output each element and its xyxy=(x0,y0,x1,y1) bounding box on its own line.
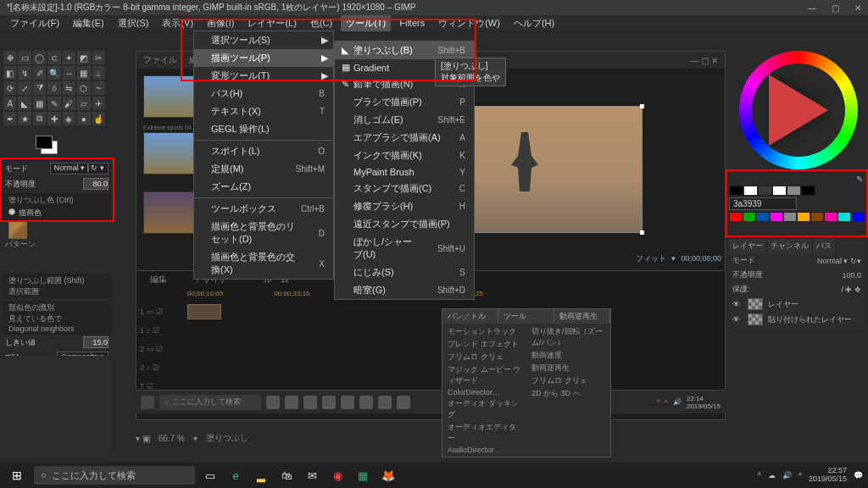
color-wheel[interactable] xyxy=(739,51,858,169)
menu-item[interactable]: ツールボックスCtrl+B xyxy=(194,200,333,218)
start-icon[interactable] xyxy=(141,396,154,409)
tool-blur[interactable]: ● xyxy=(77,112,90,125)
menu-item[interactable]: 描画色と背景色のリセット(D)D xyxy=(194,218,333,248)
menu-select[interactable]: 選択(S) xyxy=(113,15,154,31)
edit-icon[interactable]: ✎ xyxy=(856,175,863,184)
menu-edit[interactable]: 編集(E) xyxy=(68,15,109,31)
tool-free-select[interactable]: ⊂ xyxy=(47,51,60,64)
menu-item[interactable]: ブラシで描画(P)P xyxy=(335,93,474,111)
menu-window[interactable]: ウィンドウ(W) xyxy=(433,15,505,31)
search-input[interactable]: ○ ここに入力して検索 xyxy=(34,466,195,485)
tool-fg-select[interactable]: ◧ xyxy=(3,66,16,80)
tool-scale[interactable]: ⤢ xyxy=(18,81,31,95)
edge-icon[interactable]: e xyxy=(225,465,246,485)
tool-heal[interactable]: ✚ xyxy=(47,112,60,125)
tool-perspective[interactable]: ◊ xyxy=(47,81,60,95)
tool-pencil[interactable]: ✎ xyxy=(47,97,60,110)
timeline-track[interactable]: 2 ▭ ☑ xyxy=(140,340,721,358)
menu-item[interactable]: 消しゴム(E)Shift+E xyxy=(335,111,474,129)
tool-measure[interactable]: ↔ xyxy=(63,66,75,80)
tool-smudge[interactable]: ☝ xyxy=(92,112,105,125)
menu-item[interactable]: MyPaint BrushY xyxy=(335,164,474,180)
menu-item[interactable]: 遠近スタンプで描画(P) xyxy=(335,215,474,233)
explorer-icon[interactable]: ▂ xyxy=(251,465,271,485)
fg-bg-swatch[interactable] xyxy=(36,136,53,149)
fill-fg[interactable]: 描画色 xyxy=(19,208,42,217)
tool-mypaint[interactable]: ★ xyxy=(18,112,31,125)
menu-item[interactable]: GEGL 操作(L) xyxy=(194,120,333,138)
opacity-input[interactable] xyxy=(83,178,108,190)
menu-item[interactable]: パス(H)B xyxy=(194,85,333,103)
color-swatch[interactable] xyxy=(756,212,770,222)
tool-clone[interactable]: ⧉ xyxy=(33,112,46,125)
menu-item[interactable]: 描画ツール(P)▶ xyxy=(194,49,333,67)
timeline-clip[interactable] xyxy=(187,304,221,319)
layer-item[interactable]: 👁レイヤー xyxy=(729,297,865,312)
tool-color-picker[interactable]: ✐ xyxy=(33,66,46,80)
menu-tools[interactable]: ツール(T) xyxy=(341,15,391,31)
color-swatch[interactable] xyxy=(743,186,758,196)
tool-ink[interactable]: ✒ xyxy=(3,112,16,125)
tool-rotate[interactable]: ⟳ xyxy=(3,81,16,95)
color-swatch[interactable] xyxy=(743,212,756,222)
menubar[interactable]: ファイル(F) 編集(E) 選択(S) 表示(V) 画像(I) レイヤー(L) … xyxy=(0,15,868,30)
app-icon[interactable]: ▦ xyxy=(353,465,373,485)
color-swatch[interactable] xyxy=(770,212,783,222)
color-swatch[interactable] xyxy=(729,212,743,222)
menu-help[interactable]: ヘルプ(H) xyxy=(509,15,559,31)
chrome-icon[interactable]: ◉ xyxy=(327,465,348,485)
color-swatch[interactable] xyxy=(772,186,787,196)
menu-item[interactable]: ズーム(Z) xyxy=(194,178,333,196)
color-swatch[interactable] xyxy=(837,212,851,222)
similar-diag[interactable]: Diagonal neighbors xyxy=(5,324,108,333)
tool-scissors[interactable]: ✂ xyxy=(92,51,105,64)
tool-airbrush[interactable]: ✈ xyxy=(92,97,105,110)
menu-item[interactable]: 選択ツール(S)▶ xyxy=(194,31,333,49)
timeline-track[interactable]: 1 ▭ ☑ xyxy=(140,302,721,321)
tool-crop[interactable]: ⟂ xyxy=(92,66,105,80)
color-swatch[interactable] xyxy=(797,212,810,222)
mail-icon[interactable]: ✉ xyxy=(302,465,322,485)
tool-fuzzy-select[interactable]: ✦ xyxy=(63,51,75,64)
menu-item[interactable]: スタンプで描画(C)C xyxy=(335,180,474,197)
color-swatch[interactable] xyxy=(783,212,797,222)
color-swatch[interactable] xyxy=(787,186,801,196)
minimize-icon[interactable]: — xyxy=(808,3,816,13)
menu-item[interactable]: 描画色と背景色の交換(X)X xyxy=(194,248,333,279)
affected-sel[interactable]: 選択範囲 xyxy=(5,286,108,297)
color-swatch[interactable] xyxy=(801,186,815,196)
tool-bucket[interactable]: ◣ xyxy=(18,97,31,110)
menu-item[interactable]: ぼかし/シャープ(U)Shift+U xyxy=(335,233,474,263)
tool-perspective-clone[interactable]: ◈ xyxy=(63,112,75,125)
menu-item[interactable]: ◣塗りつぶし(B)Shift+B xyxy=(335,42,474,59)
menu-item[interactable]: 定規(M)Shift+M xyxy=(194,160,333,178)
menu-item[interactable]: にじみ(S)S xyxy=(335,263,474,281)
menu-item[interactable]: スポイト(L)O xyxy=(194,142,333,160)
tool-ellipse-select[interactable]: ◯ xyxy=(33,51,46,64)
tool-rect-select[interactable]: ▭ xyxy=(18,51,31,64)
maximize-icon[interactable]: ▢ xyxy=(832,3,839,13)
start-button[interactable]: ⊞ xyxy=(5,463,29,487)
tool-eraser[interactable]: ▱ xyxy=(77,97,90,110)
tool-zoom[interactable]: 🔍 xyxy=(47,66,60,80)
store-icon[interactable]: 🛍 xyxy=(276,465,297,485)
menu-view[interactable]: 表示(V) xyxy=(157,15,198,31)
tool-move[interactable]: ✥ xyxy=(3,51,16,64)
menu-item[interactable]: テキスト(X)T xyxy=(194,103,333,120)
timeline-track[interactable]: 1 ♪ ☑ xyxy=(140,321,721,340)
menu-image[interactable]: 画像(I) xyxy=(202,15,239,31)
tool-paintbrush[interactable]: 🖌 xyxy=(63,97,75,110)
system-tray[interactable]: ^☁🔊ᴬ 22:572019/05/15 💬 xyxy=(758,467,863,484)
threshold-input[interactable] xyxy=(83,336,108,348)
color-swatch[interactable] xyxy=(824,212,837,222)
menu-color[interactable]: 色(C) xyxy=(305,15,337,31)
inner-search[interactable]: ○ ここに入力して検索 xyxy=(159,395,261,410)
pattern-swatch[interactable] xyxy=(8,220,27,239)
mode-select[interactable]: Normal ▾ | ↻ ▾ xyxy=(50,163,108,175)
task-view-icon[interactable]: ▭ xyxy=(200,465,220,485)
clock[interactable]: 22:572019/05/15 xyxy=(809,467,847,484)
tool-shear[interactable]: ⧩ xyxy=(33,81,46,95)
menu-item[interactable]: インクで描画(K)K xyxy=(335,147,474,164)
tool-gradient[interactable]: ▦ xyxy=(33,97,46,110)
menu-item[interactable]: 変形ツール(T)▶ xyxy=(194,67,333,85)
